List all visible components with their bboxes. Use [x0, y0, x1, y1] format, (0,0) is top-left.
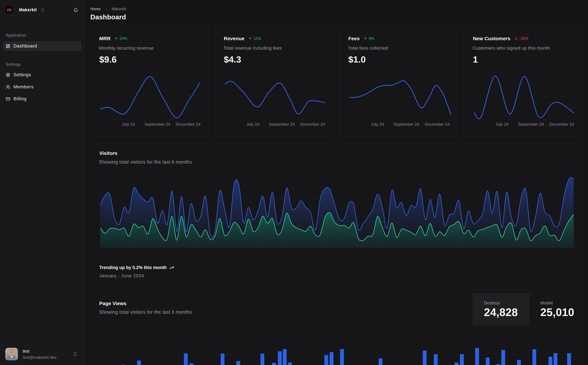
svg-text:m: m	[7, 7, 12, 12]
